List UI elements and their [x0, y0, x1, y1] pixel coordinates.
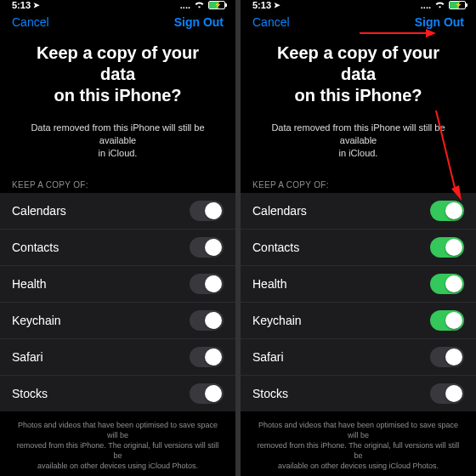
row-label: Keychain [252, 314, 302, 327]
footer-text: Photos and videos that have been optimis… [241, 411, 476, 476]
status-time: 5:13 [12, 0, 31, 10]
row-label: Safari [252, 350, 284, 364]
location-icon: ➤ [274, 1, 280, 9]
row-keychain: Keychain [0, 303, 235, 339]
toggle-calendars[interactable] [190, 201, 224, 221]
status-dots: .... [180, 0, 190, 10]
cancel-button[interactable]: Cancel [12, 15, 49, 29]
screenshot-left: 5:13 ➤ .... ⚡ Cancel Sign Out Keep a cop… [0, 0, 235, 476]
row-label: Calendars [12, 204, 66, 218]
row-calendars: Calendars [241, 193, 476, 230]
page-subtitle: Data removed from this iPhone will still… [0, 116, 235, 175]
status-time: 5:13 [252, 0, 271, 10]
toggle-contacts[interactable] [190, 237, 224, 258]
toggle-contacts[interactable] [430, 237, 464, 258]
toggle-stocks[interactable] [430, 383, 464, 404]
row-stocks: Stocks [241, 376, 476, 411]
toggle-keychain[interactable] [430, 310, 464, 331]
row-stocks: Stocks [0, 376, 235, 411]
sign-out-button[interactable]: Sign Out [174, 15, 224, 29]
row-label: Contacts [252, 241, 299, 254]
screenshot-right: 5:13 ➤ .... ⚡ Cancel Sign Out Keep a cop… [241, 0, 476, 476]
row-calendars: Calendars [0, 193, 235, 230]
row-contacts: Contacts [0, 230, 235, 266]
row-health: Health [0, 266, 235, 303]
row-label: Stocks [252, 387, 288, 400]
toggle-safari[interactable] [430, 347, 464, 367]
row-label: Safari [12, 350, 43, 364]
battery-icon: ⚡ [208, 1, 225, 9]
status-bar: 5:13 ➤ .... ⚡ [241, 0, 476, 10]
data-list: Calendars Contacts Health Keychain Safar… [0, 193, 235, 411]
row-label: Stocks [12, 387, 48, 400]
toggle-safari[interactable] [190, 347, 224, 367]
section-header: Keep a copy of: [241, 175, 476, 193]
sign-out-button[interactable]: Sign Out [415, 15, 464, 29]
cancel-button[interactable]: Cancel [252, 15, 290, 29]
footer-text: Photos and videos that have been optimis… [0, 411, 235, 476]
wifi-icon [434, 1, 445, 10]
toggle-keychain[interactable] [190, 310, 224, 331]
wifi-icon [194, 1, 205, 10]
status-bar: 5:13 ➤ .... ⚡ [0, 0, 235, 10]
page-title: Keep a copy of your data on this iPhone? [0, 36, 235, 116]
row-label: Health [252, 277, 286, 291]
toggle-stocks[interactable] [190, 383, 224, 404]
toggle-calendars[interactable] [430, 201, 464, 221]
toggle-health[interactable] [430, 274, 464, 294]
battery-icon: ⚡ [449, 1, 466, 9]
status-dots: .... [421, 0, 431, 10]
nav-bar: Cancel Sign Out [241, 10, 476, 36]
toggle-health[interactable] [190, 274, 224, 294]
data-list: Calendars Contacts Health Keychain Safar… [241, 193, 476, 411]
row-keychain: Keychain [241, 303, 476, 339]
row-label: Health [12, 277, 46, 291]
page-subtitle: Data removed from this iPhone will still… [241, 116, 476, 175]
page-title: Keep a copy of your data on this iPhone? [241, 36, 476, 116]
nav-bar: Cancel Sign Out [0, 10, 235, 36]
row-label: Calendars [252, 204, 307, 218]
row-safari: Safari [0, 339, 235, 376]
row-contacts: Contacts [241, 230, 476, 266]
row-safari: Safari [241, 339, 476, 376]
section-header: Keep a copy of: [0, 175, 235, 193]
row-label: Contacts [12, 241, 59, 254]
row-label: Keychain [12, 314, 61, 327]
row-health: Health [241, 266, 476, 303]
location-icon: ➤ [33, 1, 40, 9]
